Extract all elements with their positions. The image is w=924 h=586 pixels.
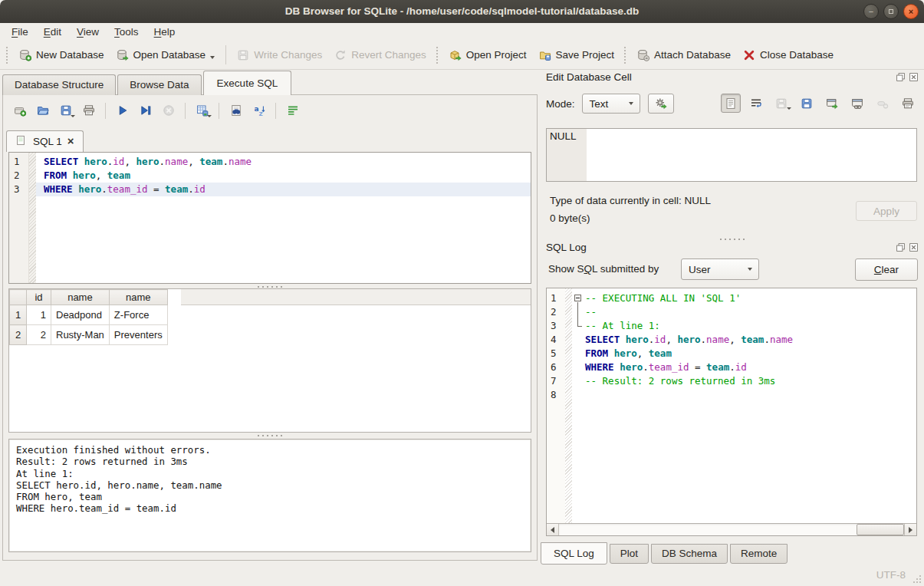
results-table-view[interactable]: idnamename11DeadpondZ-Force22Rusty-ManPr… xyxy=(8,288,531,433)
save-results-button[interactable] xyxy=(192,101,212,120)
results-table[interactable]: idnamename11DeadpondZ-Force22Rusty-ManPr… xyxy=(9,289,168,345)
execute-all-button[interactable] xyxy=(113,101,132,120)
tab-execute-sql[interactable]: Execute SQL xyxy=(203,71,292,95)
code-line[interactable]: -- At line 1: xyxy=(584,319,916,333)
minimize-button[interactable]: − xyxy=(863,4,879,19)
close-button[interactable]: × xyxy=(903,4,919,19)
find-replace-button[interactable] xyxy=(226,101,245,120)
dock-tab-plot[interactable]: Plot xyxy=(610,544,649,564)
open-sql-tab-button[interactable] xyxy=(10,101,29,120)
close-dock-icon[interactable] xyxy=(909,242,919,252)
tab-database-structure[interactable]: Database Structure xyxy=(2,74,116,95)
scrollbar-thumb[interactable] xyxy=(857,524,904,535)
row-header[interactable]: 2 xyxy=(10,325,27,345)
table-corner[interactable] xyxy=(10,290,27,305)
close-database-button[interactable]: Close Database xyxy=(737,45,840,65)
maximize-button[interactable] xyxy=(883,4,899,19)
word-wrap-button[interactable] xyxy=(283,101,302,120)
set-null-button[interactable] xyxy=(873,94,893,113)
new-database-button[interactable]: New Database xyxy=(13,45,110,65)
open-in-app-button[interactable] xyxy=(847,94,867,113)
column-header[interactable]: name xyxy=(51,290,110,305)
save-sql-file-button[interactable] xyxy=(56,101,75,120)
scroll-left-arrow[interactable] xyxy=(547,524,559,535)
open-database-button[interactable]: Open Database xyxy=(110,45,222,65)
menu-file[interactable]: File xyxy=(4,25,36,39)
dock-tab-sql-log[interactable]: SQL Log xyxy=(541,542,607,565)
titlebar[interactable]: DB Browser for SQLite - /home/user/code/… xyxy=(0,0,924,23)
row-header[interactable]: 1 xyxy=(10,305,27,325)
column-header[interactable]: id xyxy=(27,290,51,305)
code-line[interactable]: FROM hero, team xyxy=(36,169,531,183)
revert-changes-button[interactable]: Revert Changes xyxy=(328,45,432,65)
open-sql-file-button[interactable] xyxy=(33,101,52,120)
dock-tab-db-schema[interactable]: DB Schema xyxy=(651,544,728,564)
table-row[interactable]: 22Rusty-ManPreventers xyxy=(10,325,168,345)
close-tab-icon[interactable]: × xyxy=(67,137,74,146)
save-project-button[interactable]: Save Project xyxy=(533,45,621,65)
code-line[interactable]: -- EXECUTING ALL IN 'SQL 1' xyxy=(584,291,916,305)
text-mode-button[interactable] xyxy=(721,94,741,113)
stop-execution-button[interactable] xyxy=(159,101,178,120)
table-cell[interactable]: Preventers xyxy=(109,325,167,345)
open-project-button[interactable]: Open Project xyxy=(443,45,533,65)
tab-browse-data[interactable]: Browse Data xyxy=(117,74,201,95)
code-line[interactable]: SELECT hero.id, hero.name, team.name xyxy=(36,155,531,169)
cell-editor[interactable]: NULL xyxy=(546,128,917,182)
auto-apply-button[interactable] xyxy=(648,94,674,114)
file-open-blue-icon xyxy=(37,104,49,117)
table-cell[interactable]: Z-Force xyxy=(109,305,167,325)
horizontal-scrollbar[interactable] xyxy=(547,523,916,535)
open-external-button[interactable] xyxy=(822,94,842,113)
execute-current-line-button[interactable] xyxy=(136,101,155,120)
toolbar-grip[interactable] xyxy=(6,47,9,64)
float-dock-icon[interactable] xyxy=(896,242,906,252)
mode-select[interactable]: Text xyxy=(582,94,640,114)
word-wrap-cell-button[interactable] xyxy=(746,94,766,113)
sql1-tab[interactable]: SQL 1 × xyxy=(6,130,84,152)
float-dock-icon[interactable] xyxy=(896,72,906,82)
attach-database-button[interactable]: Attach Database xyxy=(631,45,737,65)
resize-grip[interactable] xyxy=(912,574,922,584)
print-button[interactable] xyxy=(79,101,98,120)
code-line[interactable]: -- xyxy=(584,305,916,319)
menu-tools[interactable]: Tools xyxy=(107,25,146,39)
code-line[interactable]: SELECT hero.id, hero.name, team.name xyxy=(584,333,916,347)
code-line[interactable] xyxy=(584,388,916,402)
cell-editor-content[interactable] xyxy=(587,129,916,181)
menu-view[interactable]: View xyxy=(69,25,107,39)
import-data-button[interactable] xyxy=(771,94,791,113)
print-cell-button[interactable] xyxy=(898,94,918,113)
toolbar-grip[interactable] xyxy=(436,47,439,64)
minimize-icon: − xyxy=(869,8,873,16)
export-data-button[interactable] xyxy=(797,94,817,113)
splitter-handle[interactable] xyxy=(3,433,537,438)
scrollbar-track[interactable] xyxy=(559,524,904,535)
clear-log-button[interactable]: Clear xyxy=(855,258,918,281)
menu-edit[interactable]: Edit xyxy=(36,25,69,39)
code-line[interactable]: WHERE hero.team_id = team.id xyxy=(584,360,916,374)
code-line[interactable]: -- Result: 2 rows returned in 3ms xyxy=(584,374,916,388)
dock-tab-remote[interactable]: Remote xyxy=(730,544,788,564)
submitter-select[interactable]: User xyxy=(681,258,759,280)
table-cell[interactable]: Deadpond xyxy=(51,305,110,325)
close-dock-icon[interactable] xyxy=(909,72,919,82)
code-line[interactable]: WHERE hero.team_id = team.id xyxy=(36,183,531,196)
sql-log-view[interactable]: 12345678 -- EXECUTING ALL IN 'SQL 1'----… xyxy=(546,288,917,536)
fold-collapse-icon[interactable] xyxy=(574,295,581,301)
sql-editor[interactable]: 123 SELECT hero.id, hero.name, team.name… xyxy=(8,152,531,284)
table-cell[interactable]: 1 xyxy=(27,305,51,325)
menu-help[interactable]: Help xyxy=(146,25,183,39)
auto-format-button[interactable]: az xyxy=(249,101,268,120)
scroll-right-arrow[interactable] xyxy=(904,524,916,535)
column-header[interactable]: name xyxy=(109,290,167,305)
toolbar-grip[interactable] xyxy=(624,47,627,64)
table-cell[interactable]: Rusty-Man xyxy=(51,325,110,345)
table-cell[interactable]: 2 xyxy=(27,325,51,345)
log-code-area[interactable]: -- EXECUTING ALL IN 'SQL 1'---- At line … xyxy=(584,288,916,523)
editor-code-area[interactable]: SELECT hero.id, hero.name, team.nameFROM… xyxy=(36,153,531,283)
code-line[interactable]: FROM hero, team xyxy=(584,347,916,360)
apply-button[interactable]: Apply xyxy=(856,201,917,221)
write-changes-button[interactable]: Write Changes xyxy=(231,45,328,65)
table-row[interactable]: 11DeadpondZ-Force xyxy=(10,305,168,325)
